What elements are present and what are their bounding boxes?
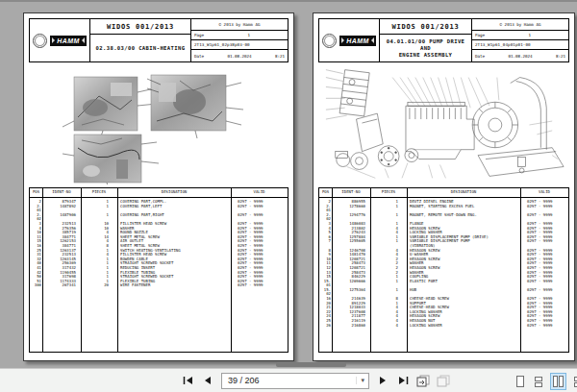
page-number-combobox[interactable]: 39 / 206 ▾ <box>221 373 369 389</box>
page-label: Page <box>475 33 485 37</box>
table-cell: 1 <box>370 288 407 297</box>
previous-page-button[interactable] <box>201 373 214 388</box>
date-value: 01.08.2024 <box>508 54 532 59</box>
wirtgen-group-emblem-icon <box>33 34 47 48</box>
scrollbar-thumb[interactable] <box>276 362 346 367</box>
time-value: 8:21 <box>556 54 565 59</box>
header-title-cell: WIDOS 001/2013 02.38.03/00 CABIN-HEATING <box>90 19 191 61</box>
copyright-text: © 2013 by Hamm AG <box>472 19 568 31</box>
table-row: 2. 0112786601MAGNET, STARTING EXCESS FUE… <box>319 205 568 213</box>
table-cell: 1255605 <box>332 239 370 248</box>
table-cell: 1487906 <box>42 213 81 222</box>
table-row: 712556051VARIABLE DISPLACEMENT PUMP (VIB… <box>319 239 568 248</box>
header-title-cell: WIDOS 001/2013 04.01.01/00 PUMP DRIVE AN… <box>380 19 472 61</box>
first-page-icon <box>183 376 193 385</box>
table-cell: 4 <box>370 324 407 329</box>
column-header: IDENT-NO <box>42 190 81 195</box>
table-row: 15. 0212753641HUB0297 - 9999 <box>319 288 568 297</box>
table-cell: 15. 02 <box>319 288 332 297</box>
chevron-down-icon[interactable]: ▾ <box>356 377 368 384</box>
previous-page-icon <box>204 376 212 385</box>
two-page-view-button[interactable] <box>550 373 566 390</box>
column-header: POS <box>319 190 332 195</box>
table-cell: 0297 - 9999 <box>231 205 288 213</box>
last-page-icon <box>398 376 409 385</box>
table-header-row: POSIDENT-NOPIECESDESIGNATIONVALID <box>30 188 288 198</box>
table-cell: LOCKING WASHER <box>407 324 520 329</box>
two-page-continuous-view-button[interactable] <box>571 374 577 390</box>
previous-view-button[interactable] <box>416 373 430 388</box>
parts-diagram <box>29 63 288 184</box>
viewer-toolbar: 39 / 206 ▾ <box>0 368 577 392</box>
table-row: 2. 0214879061COVERING PART,RIGHT0297 - 9… <box>30 213 288 222</box>
last-page-button[interactable] <box>396 373 410 388</box>
column-header: PIECES <box>370 190 407 195</box>
single-page-view-button[interactable] <box>514 373 527 390</box>
table-cell: 0297 - 9999 <box>520 324 568 329</box>
table-cell: 1294776 <box>332 213 370 222</box>
wirtgen-group-emblem-icon <box>322 34 337 48</box>
table-cell: 0297 - 9999 <box>231 213 288 222</box>
page-indicator[interactable]: 39 / 206 <box>222 376 260 385</box>
table-cell: 0297 - 9999 <box>520 280 568 288</box>
table-cell: 0297 - 9999 <box>520 288 568 297</box>
table-cell: WIRE FASTENER <box>117 283 231 288</box>
table-cell: 0297 - 9999 <box>520 205 568 213</box>
table-cell: 1 <box>370 280 407 288</box>
table-cell: 216860 <box>332 324 370 329</box>
date-value: 01.08.2024 <box>227 54 251 59</box>
table-cell: 0297 - 9999 <box>520 213 568 222</box>
cabin-heating-photos <box>29 63 288 184</box>
pdf-page-right: HAMM WIDOS 001/2013 04.01.01/00 PUMP DRI… <box>313 12 575 361</box>
table-cell: MAGNET, STARTING EXCESS FUEL <box>407 205 520 213</box>
engine-assembly-drawing <box>318 63 569 184</box>
hamm-logo-text: HAMM <box>57 37 79 44</box>
table-cell: 15. 01 <box>319 280 332 288</box>
page-number-value: 1 <box>528 33 531 37</box>
table-row: 2. 0114878921COVERING PART,LEFT0297 - 99… <box>30 205 288 213</box>
table-header-row: POSIDENT-NOPIECESDESIGNATIONVALID <box>319 188 568 198</box>
table-cell: MAGNET, REMOTE SHUT-DOWN ENG. <box>407 213 520 222</box>
table-cell: 1 <box>370 205 407 213</box>
table-cell: 7 <box>319 239 332 248</box>
table-cell: 1278660 <box>332 205 370 213</box>
file-code: 2T13_W1p61_04p01p01-00 <box>472 40 568 50</box>
continuous-view-button[interactable] <box>532 374 545 390</box>
table-cell: VARIABLE DISPLACEMENT PUMP (VIBRATION) <box>407 239 520 248</box>
table-cell: 2. 01 <box>319 205 332 213</box>
next-page-icon <box>379 376 387 385</box>
hamm-chevron-left-icon <box>341 37 344 43</box>
column-header: IDENT-NO <box>332 190 370 195</box>
table-cell: 0297 - 9999 <box>520 239 568 248</box>
copyright-text: © 2013 by Hamm AG <box>191 19 288 31</box>
page-number-row: Page 1 <box>191 31 288 40</box>
catalog-title: WIDOS 001/2013 <box>380 19 471 35</box>
parts-diagram <box>318 63 569 184</box>
table-cell: ELASTIC PART <box>407 280 520 288</box>
page-number-value: 1 <box>247 33 250 37</box>
time-value: 8:21 <box>275 54 285 59</box>
horizontal-scrollbar[interactable] <box>0 361 577 368</box>
table-cell: 1 <box>81 205 117 213</box>
table-cell: 20 <box>81 283 117 288</box>
column-header: PIECES <box>81 190 117 195</box>
hamm-chevron-right-icon <box>82 37 85 43</box>
catalog-title: WIDOS 001/2013 <box>90 19 190 35</box>
first-page-button[interactable] <box>181 373 194 388</box>
column-header: DESIGNATION <box>117 190 231 195</box>
date-label: Date <box>194 54 204 59</box>
next-view-icon <box>437 375 450 387</box>
table-cell: 1487892 <box>42 205 81 213</box>
section-title: 02.38.03/00 CABIN-HEATING <box>90 35 190 61</box>
table-cell: 1 <box>370 213 407 222</box>
page-navigation: 39 / 206 ▾ <box>181 369 450 392</box>
next-view-button[interactable] <box>437 373 450 388</box>
table-row: 262168604LOCKING WASHER0297 - 9999 <box>319 324 568 329</box>
table-row: 30026734120WIRE FASTENER0297 - 9999 <box>30 283 288 288</box>
table-row: 2. 0212947761MAGNET, REMOTE SHUT-DOWN EN… <box>319 213 568 222</box>
table-cell: 2. 02 <box>319 213 332 222</box>
next-page-button[interactable] <box>376 373 389 388</box>
logo-cell: HAMM <box>319 19 380 61</box>
column-header: VALID <box>520 190 568 195</box>
hamm-logo-text: HAMM <box>346 37 368 44</box>
